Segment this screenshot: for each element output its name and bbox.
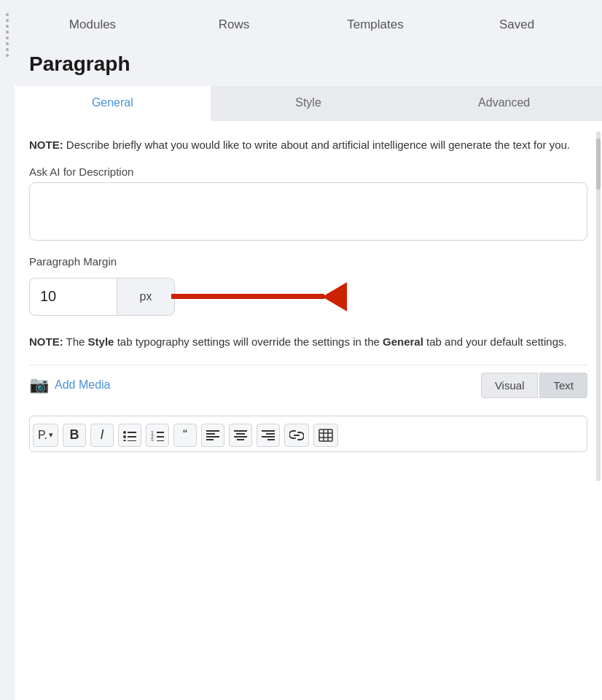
arrow-line — [171, 294, 324, 299]
svg-rect-13 — [206, 433, 215, 435]
add-media-label: Add Media — [55, 378, 111, 392]
svg-rect-5 — [128, 440, 136, 441]
media-bar: 📷 Add Media Visual Text — [29, 365, 587, 404]
svg-rect-17 — [236, 433, 245, 435]
svg-rect-15 — [206, 439, 214, 440]
svg-rect-3 — [128, 432, 136, 433]
svg-rect-25 — [319, 429, 332, 441]
svg-rect-22 — [262, 436, 275, 438]
tab-advanced[interactable]: Advanced — [406, 86, 602, 121]
link-button[interactable] — [284, 424, 309, 447]
blockquote-button[interactable]: “ — [173, 424, 197, 447]
note2-body3: tab and your default settings. — [426, 335, 567, 348]
note2-bold-note: NOTE: — [29, 335, 63, 348]
note2-body2: tab typography settings will override th… — [117, 335, 383, 348]
sub-tabs: General Style Advanced — [15, 86, 602, 121]
margin-unit[interactable]: px — [117, 278, 175, 316]
note2-body1: The — [66, 335, 88, 348]
scrollbar-thumb[interactable] — [596, 139, 601, 190]
unordered-list-button[interactable] — [118, 424, 141, 447]
nav-templates[interactable]: Templates — [305, 12, 446, 38]
align-center-button[interactable] — [229, 424, 252, 447]
svg-rect-23 — [267, 439, 275, 440]
align-left-button[interactable] — [201, 424, 224, 447]
ai-description-field: Ask AI for Description — [29, 166, 587, 244]
align-right-icon — [262, 430, 275, 440]
visual-button[interactable]: Visual — [481, 373, 539, 398]
svg-rect-11 — [157, 440, 164, 441]
margin-label: Paragraph Margin — [29, 255, 587, 268]
top-nav: Modules Rows Templates Saved — [15, 0, 602, 45]
add-media-button[interactable]: 📷 Add Media — [29, 376, 111, 394]
dropdown-arrow-icon: ▾ — [49, 430, 53, 440]
align-left-icon — [206, 430, 219, 440]
arrow-head — [322, 282, 347, 311]
note1-text: NOTE: Describe briefly what you would li… — [29, 137, 587, 154]
svg-point-1 — [123, 435, 126, 438]
margin-input[interactable] — [29, 278, 117, 316]
nav-rows[interactable]: Rows — [163, 12, 305, 38]
nav-modules[interactable]: Modules — [22, 12, 163, 38]
note2-bold-general: General — [383, 335, 423, 348]
svg-rect-14 — [206, 436, 219, 438]
ai-label: Ask AI for Description — [29, 166, 587, 178]
align-center-icon — [234, 430, 247, 440]
align-right-button[interactable] — [257, 424, 280, 447]
paragraph-dropdown[interactable]: P. ▾ — [33, 424, 58, 447]
nav-saved[interactable]: Saved — [446, 12, 587, 38]
link-icon — [289, 429, 304, 441]
text-button[interactable]: Text — [539, 373, 587, 398]
svg-point-2 — [123, 440, 126, 441]
svg-rect-4 — [128, 436, 136, 438]
note2-text: NOTE: The Style tab typography settings … — [29, 333, 587, 350]
ordered-list-button[interactable]: 1 2 3 — [146, 424, 169, 447]
svg-rect-18 — [234, 436, 247, 438]
camera-icon: 📷 — [29, 376, 49, 394]
svg-rect-12 — [206, 430, 219, 432]
red-arrow — [171, 282, 347, 311]
svg-rect-19 — [237, 439, 244, 440]
ol-icon: 1 2 3 — [151, 429, 164, 441]
ul-icon — [123, 429, 136, 441]
tab-style[interactable]: Style — [211, 86, 407, 121]
svg-text:3: 3 — [151, 439, 154, 441]
tab-general[interactable]: General — [15, 86, 211, 121]
editor-toolbar: P. ▾ B I 1 — [29, 416, 587, 452]
svg-point-0 — [123, 431, 126, 434]
view-toggle: Visual Text — [481, 373, 587, 398]
ai-textarea[interactable] — [29, 182, 587, 241]
note1-bold: NOTE: — [29, 139, 63, 151]
svg-rect-9 — [157, 432, 164, 433]
page-title: Paragraph — [15, 45, 602, 86]
sidebar-dots — [0, 0, 15, 700]
svg-rect-10 — [157, 436, 164, 438]
table-icon — [318, 429, 333, 442]
svg-rect-16 — [234, 430, 247, 432]
italic-button[interactable]: I — [90, 424, 114, 447]
note2-bold-style: Style — [88, 335, 114, 348]
margin-section: Paragraph Margin px — [29, 255, 587, 316]
note1-body: Describe briefly what you would like to … — [66, 139, 570, 151]
svg-rect-21 — [266, 433, 275, 435]
scrollbar-track[interactable] — [596, 131, 601, 481]
content-area: NOTE: Describe briefly what you would li… — [15, 121, 602, 700]
svg-rect-20 — [262, 430, 275, 432]
bold-button[interactable]: B — [63, 424, 86, 447]
paragraph-label: P. — [38, 429, 47, 442]
table-button[interactable] — [313, 424, 338, 447]
